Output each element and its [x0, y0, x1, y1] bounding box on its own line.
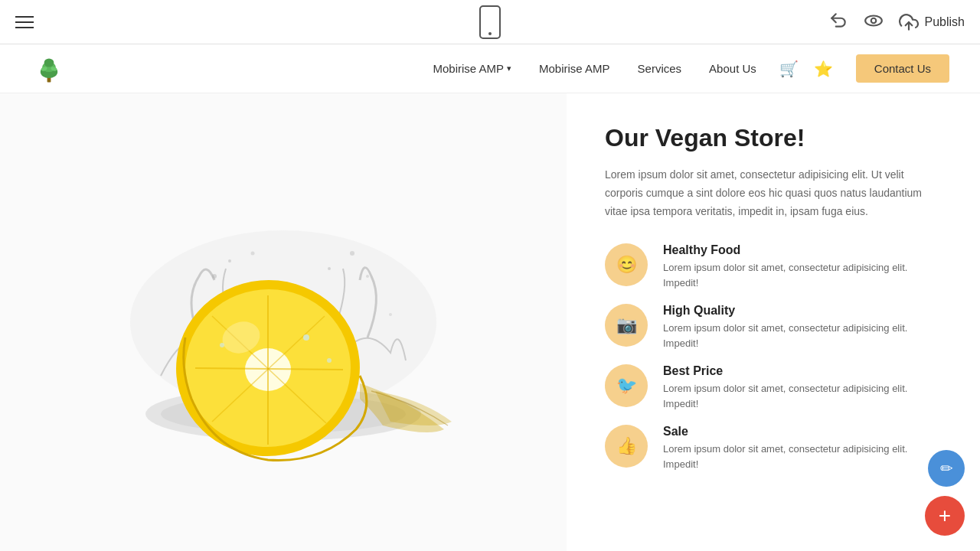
svg-point-5 [44, 58, 54, 67]
top-bar: Publish [0, 0, 980, 44]
sale-title: Sale [663, 425, 942, 439]
healthy-food-text: Healthy Food Lorem ipsum dolor sit amet,… [663, 243, 942, 290]
high-quality-title: High Quality [663, 304, 942, 318]
phone-dot [488, 32, 492, 35]
preview-button[interactable] [864, 11, 884, 33]
feature-item-best-price: 🐦 Best Price Lorem ipsum dolor sit amet,… [605, 364, 942, 411]
publish-button[interactable]: Publish [899, 12, 965, 32]
sale-text: Sale Lorem ipsum dolor sit amet, consect… [663, 425, 942, 471]
undo-button[interactable] [828, 11, 848, 33]
best-price-title: Best Price [663, 364, 942, 378]
nav-link-mobirise-amp-2[interactable]: Mobirise AMP [539, 62, 610, 75]
high-quality-desc: Lorem ipsum dolor sit amet, consectetur … [663, 321, 942, 350]
svg-point-0 [865, 16, 882, 26]
top-bar-center [479, 5, 501, 39]
svg-point-28 [327, 358, 332, 363]
contact-button[interactable]: Contact Us [856, 54, 949, 83]
section-description: Lorem ipsum dolor sit amet, consectetur … [605, 166, 942, 220]
svg-point-14 [366, 275, 369, 278]
svg-point-11 [251, 252, 255, 256]
nav-icons: 🛒 ⭐ [779, 60, 833, 78]
high-quality-icon: 📷 [605, 304, 648, 347]
healthy-food-desc: Lorem ipsum dolor sit amet, consectetur … [663, 260, 942, 290]
add-fab-icon: + [939, 504, 951, 528]
cart-button[interactable]: 🛒 [779, 60, 799, 78]
svg-point-16 [389, 313, 392, 316]
edit-fab-icon: ✏ [940, 459, 953, 478]
nav-links: Mobirise AMP ▾ Mobirise AMP Services Abo… [433, 62, 756, 75]
left-panel [0, 93, 567, 551]
add-fab-button[interactable]: + [925, 496, 965, 536]
right-panel: Our Vegan Store! Lorem ipsum dolor sit a… [567, 93, 980, 551]
section-title: Our Vegan Store! [605, 124, 942, 152]
healthy-food-icon: 😊 [605, 243, 648, 286]
main-content: Our Vegan Store! Lorem ipsum dolor sit a… [0, 93, 980, 551]
high-quality-text: High Quality Lorem ipsum dolor sit amet,… [663, 304, 942, 350]
svg-point-13 [350, 251, 354, 256]
feature-item-sale: 👍 Sale Lorem ipsum dolor sit amet, conse… [605, 425, 942, 471]
feature-list: 😊 Healthy Food Lorem ipsum dolor sit ame… [605, 243, 942, 471]
svg-point-29 [220, 343, 224, 347]
logo[interactable] [31, 51, 67, 87]
hamburger-menu[interactable] [15, 16, 34, 28]
publish-label: Publish [925, 15, 965, 29]
best-price-text: Best Price Lorem ipsum dolor sit amet, c… [663, 364, 942, 411]
sale-icon: 👍 [605, 425, 648, 468]
svg-point-12 [328, 267, 331, 270]
feature-item-healthy-food: 😊 Healthy Food Lorem ipsum dolor sit ame… [605, 243, 942, 290]
healthy-food-title: Healthy Food [663, 243, 942, 257]
dropdown-caret: ▾ [507, 64, 511, 73]
sale-desc: Lorem ipsum dolor sit amet, consectetur … [663, 442, 942, 471]
svg-point-10 [228, 259, 231, 262]
svg-point-27 [303, 334, 309, 341]
top-bar-left [15, 16, 34, 28]
favorite-button[interactable]: ⭐ [814, 60, 833, 78]
hero-image [100, 161, 467, 483]
svg-point-1 [871, 18, 876, 24]
nav-link-mobirise-amp-1[interactable]: Mobirise AMP ▾ [433, 62, 512, 75]
fab-container: ✏ + [925, 450, 965, 536]
navbar: Mobirise AMP ▾ Mobirise AMP Services Abo… [0, 44, 980, 93]
mobile-preview-icon[interactable] [479, 5, 501, 39]
best-price-desc: Lorem ipsum dolor sit amet, consectetur … [663, 381, 942, 411]
nav-link-services[interactable]: Services [638, 62, 682, 75]
edit-fab-button[interactable]: ✏ [928, 450, 965, 487]
feature-item-high-quality: 📷 High Quality Lorem ipsum dolor sit ame… [605, 304, 942, 350]
best-price-icon: 🐦 [605, 364, 648, 407]
nav-link-about-us[interactable]: About Us [709, 62, 756, 75]
top-bar-right: Publish [828, 11, 965, 33]
